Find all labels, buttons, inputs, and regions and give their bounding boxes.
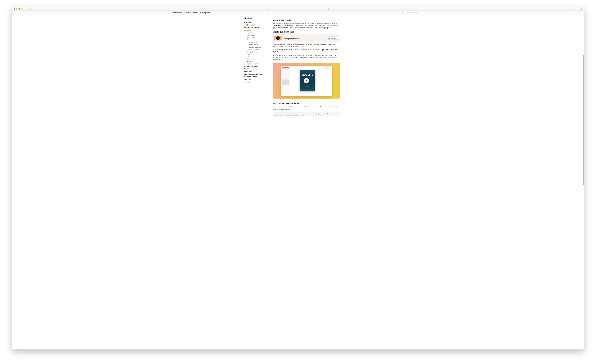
sidebar-toggle-icon[interactable]	[22, 8, 23, 10]
reader-icon[interactable]	[267, 8, 268, 10]
paragraph: To create an alpha mask, create a mask a…	[273, 49, 340, 53]
nav-item[interactable]: Symbols and Styles	[244, 65, 266, 67]
nav-item[interactable]: Libraries	[244, 67, 266, 70]
forward-icon[interactable]	[30, 8, 32, 10]
nav-item[interactable]: Shortcuts	[244, 78, 266, 81]
chevron-down-icon[interactable]	[25, 8, 26, 10]
nav-sub-item[interactable]: Layer basics	[247, 32, 266, 34]
minimize-icon[interactable]	[16, 8, 17, 10]
nav-sub-item[interactable]: Color profiles	[247, 51, 266, 53]
new-tab-icon[interactable]	[577, 8, 579, 10]
search-input[interactable]	[402, 11, 424, 14]
play-icon	[276, 36, 280, 40]
paragraph: An alpha mask hides anything that falls …	[273, 43, 340, 47]
nav-item[interactable]: Interface and settings	[244, 26, 266, 29]
nav-sub-item[interactable]: Images	[247, 53, 266, 55]
related-course-card: RELATED COURSE Creating an alpha mask Wa…	[273, 34, 340, 42]
nav-item-shapes[interactable]: Shapes	[247, 39, 266, 41]
close-icon[interactable]	[14, 8, 15, 10]
search-field[interactable]	[402, 11, 424, 14]
breadcrumb-item[interactable]: Designing	[184, 12, 191, 14]
course-label: RELATED COURSE	[283, 37, 299, 38]
heading-alpha-mask: Creating an alpha mask	[273, 31, 340, 33]
breadcrumb-item[interactable]: Shapes	[193, 12, 198, 14]
svg-rect-6	[581, 8, 582, 9]
doc-header: Documentation› Designing› Shapes› Maskin…	[12, 11, 584, 15]
nav-sub-item[interactable]: Boolean operations	[249, 46, 266, 48]
address-bar-url[interactable]: sketch.com	[295, 8, 303, 10]
nav-item-designing[interactable]: Designing	[244, 29, 266, 32]
svg-line-8	[404, 13, 405, 14]
nav-sub-item[interactable]: Editing shapes	[249, 44, 266, 46]
search-icon	[403, 12, 405, 13]
paragraph: The best way to understand masks is to e…	[273, 106, 340, 110]
watch-lesson-button[interactable]: Watch lesson	[326, 37, 338, 40]
nav-item[interactable]: Glossary	[244, 81, 266, 83]
nav-item[interactable]: Sharing and collaborating	[244, 73, 266, 75]
scrollbar-thumb[interactable]	[583, 55, 584, 185]
zoom-icon[interactable]	[18, 8, 20, 10]
refresh-icon[interactable]	[328, 8, 329, 10]
paragraph: You can also create masks just for image…	[273, 22, 340, 29]
course-thumbnail[interactable]	[274, 36, 282, 40]
nav-sub-item[interactable]: Data	[247, 58, 266, 60]
sidebar: Contents Overview Getting started Interf…	[244, 17, 266, 347]
breadcrumb-item[interactable]: Documentation	[172, 12, 182, 14]
video-thumbnail[interactable]: ERIC WALES SEA LIFE	[273, 63, 340, 99]
heading-image-masks: Using image masks	[273, 19, 340, 21]
back-icon[interactable]	[27, 8, 29, 10]
share-icon[interactable]	[573, 8, 575, 10]
nav-item[interactable]: Getting started	[244, 24, 266, 26]
heading-alpha-vs-outline: Alpha vs outline mask modes	[273, 103, 340, 105]
nav-sub-item[interactable]: Importing & exporting	[247, 63, 266, 65]
nav-sub-item[interactable]: Adding shapes	[249, 41, 266, 44]
play-icon	[304, 78, 309, 83]
sidebar-title: Contents	[244, 17, 266, 19]
figure: ERIC WALES SEA LIFE How to use a blur	[273, 63, 340, 101]
svg-point-7	[403, 12, 404, 13]
svg-rect-0	[22, 8, 23, 10]
tabs-icon[interactable]	[581, 8, 582, 10]
nav-sub-item[interactable]: Vector editing	[247, 34, 266, 36]
nav-sub-item[interactable]: Text	[247, 55, 266, 58]
nav-item[interactable]: Prototyping	[244, 70, 266, 73]
window-titlebar: sketch.com	[12, 7, 584, 11]
main-content: Using image masks You can also create ma…	[273, 17, 340, 347]
nav-item[interactable]: Overview	[244, 21, 266, 24]
breadcrumb-item: Masking shapes	[200, 12, 211, 14]
mask-infographic: Mask results are calculated based on the…	[273, 112, 340, 116]
course-title: Creating an alpha mask	[283, 38, 299, 40]
svg-rect-5	[294, 9, 294, 9]
breadcrumb: Documentation› Designing› Shapes› Maskin…	[172, 12, 211, 14]
paragraph: In the Inspector, check that the mask la…	[273, 54, 340, 61]
nav-sub-item[interactable]: Assistants	[247, 60, 266, 63]
nav-item-masking[interactable]: Masking shapes	[249, 48, 266, 51]
nav-sub-item[interactable]: Smart Layout	[247, 36, 266, 39]
traffic-lights	[14, 8, 20, 10]
lock-icon	[293, 8, 295, 9]
nav-item[interactable]: Developer handoff	[244, 75, 266, 78]
figure-caption: How to use a blur alpha mask	[273, 99, 340, 101]
